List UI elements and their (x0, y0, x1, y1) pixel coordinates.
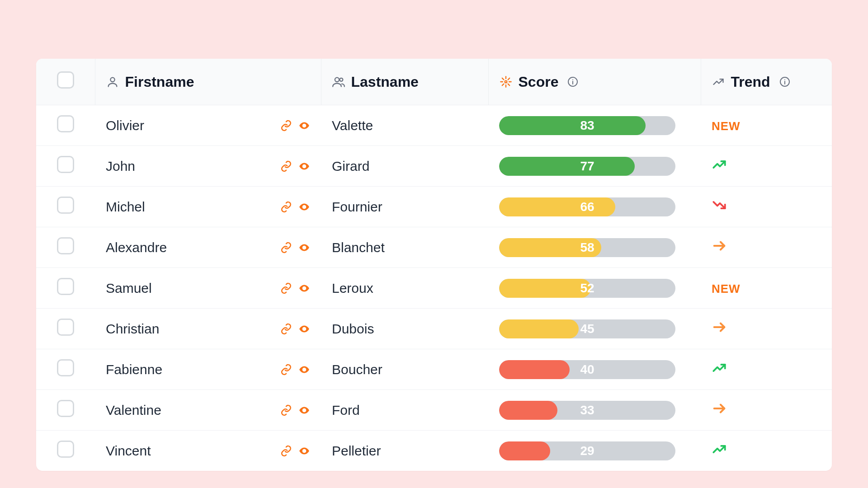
header-select-all (36, 59, 95, 105)
row-checkbox[interactable] (57, 359, 74, 376)
score-bar: 58 (499, 238, 675, 257)
svg-point-26 (303, 368, 305, 370)
people-icon (332, 75, 345, 88)
header-lastname[interactable]: Lastname (321, 59, 488, 105)
svg-line-10 (502, 84, 504, 86)
eye-icon[interactable] (298, 120, 310, 131)
score-bar: 33 (499, 401, 675, 420)
row-checkbox[interactable] (57, 319, 74, 336)
row-checkbox[interactable] (57, 237, 74, 254)
eye-icon[interactable] (298, 404, 310, 416)
link-icon[interactable] (280, 120, 292, 131)
header-score[interactable]: Score (488, 59, 701, 105)
lastname-value: Ford (332, 403, 360, 418)
table-row: ValentineFord33 (36, 390, 832, 431)
table-row: SamuelLeroux52NEW (36, 268, 832, 309)
score-bar: 83 (499, 116, 675, 135)
trend-flat-icon (712, 401, 727, 416)
row-checkbox[interactable] (57, 278, 74, 295)
svg-line-9 (508, 84, 509, 86)
eye-icon[interactable] (298, 323, 310, 335)
svg-point-20 (303, 206, 305, 207)
header-firstname[interactable]: Firstname (95, 59, 321, 105)
score-bar: 66 (499, 197, 675, 216)
link-icon[interactable] (280, 445, 292, 457)
svg-point-14 (572, 80, 573, 80)
row-checkbox[interactable] (57, 197, 74, 214)
trend-flat-icon (712, 319, 727, 335)
header-firstname-label: Firstname (125, 74, 194, 90)
link-icon[interactable] (280, 242, 292, 253)
table-row: VincentPelletier29 (36, 431, 832, 471)
firstname-value: Alexandre (106, 240, 167, 255)
score-bar: 52 (499, 279, 675, 298)
eye-icon[interactable] (298, 364, 310, 375)
svg-point-18 (303, 124, 305, 126)
svg-point-1 (335, 78, 339, 82)
lastname-value: Leroux (332, 281, 373, 296)
link-icon[interactable] (280, 201, 292, 213)
score-value: 66 (580, 200, 594, 214)
svg-line-11 (508, 78, 509, 80)
score-bar: 29 (499, 441, 675, 460)
info-icon[interactable] (567, 76, 578, 87)
header-lastname-label: Lastname (351, 74, 419, 90)
person-icon (106, 75, 119, 88)
row-checkbox[interactable] (57, 156, 74, 173)
svg-line-8 (502, 78, 504, 80)
trend-new-badge: NEW (712, 282, 741, 296)
link-icon[interactable] (280, 282, 292, 294)
link-icon[interactable] (280, 404, 292, 416)
svg-point-21 (303, 246, 305, 248)
score-value: 29 (580, 444, 594, 458)
info-icon[interactable] (779, 76, 790, 87)
firstname-value: Valentine (106, 403, 161, 418)
lastname-value: Boucher (332, 362, 382, 377)
svg-point-0 (110, 78, 114, 82)
eye-icon[interactable] (298, 445, 310, 457)
firstname-value: John (106, 159, 135, 174)
table-row: OlivierValette83NEW (36, 105, 832, 146)
row-checkbox[interactable] (57, 400, 74, 417)
score-value: 52 (580, 281, 594, 296)
lastname-value: Dubois (332, 321, 374, 336)
score-value: 58 (580, 240, 594, 255)
svg-point-24 (303, 328, 305, 329)
link-icon[interactable] (280, 323, 292, 335)
link-icon[interactable] (280, 160, 292, 172)
link-icon[interactable] (280, 364, 292, 375)
svg-point-17 (784, 80, 785, 80)
trend-up-icon (712, 441, 727, 457)
eye-icon[interactable] (298, 160, 310, 172)
trend-down-icon (712, 197, 727, 213)
firstname-value: Christian (106, 321, 159, 337)
table-row: JohnGirard77 (36, 146, 832, 187)
trend-up-icon (712, 157, 727, 172)
select-all-checkbox[interactable] (57, 71, 74, 89)
table-row: MichelFournier66 (36, 187, 832, 227)
table-header-row: Firstname Lastname (36, 59, 832, 105)
header-score-label: Score (519, 74, 559, 90)
row-checkbox[interactable] (57, 441, 74, 458)
svg-point-3 (505, 81, 507, 83)
score-value: 33 (580, 403, 594, 418)
score-value: 83 (580, 118, 594, 133)
score-value: 77 (580, 159, 594, 174)
eye-icon[interactable] (298, 282, 310, 294)
trend-flat-icon (712, 238, 727, 253)
svg-point-2 (340, 78, 343, 81)
table-row: ChristianDubois45 (36, 309, 832, 349)
score-value: 40 (580, 362, 594, 377)
trend-up-icon (712, 360, 727, 375)
target-icon (500, 75, 512, 88)
eye-icon[interactable] (298, 242, 310, 253)
table-row: AlexandreBlanchet58 (36, 227, 832, 268)
firstname-value: Samuel (106, 281, 152, 296)
row-checkbox[interactable] (57, 115, 74, 132)
firstname-value: Fabienne (106, 362, 162, 377)
eye-icon[interactable] (298, 201, 310, 213)
score-bar: 77 (499, 157, 675, 176)
header-trend[interactable]: Trend (701, 59, 832, 105)
firstname-value: Vincent (106, 443, 151, 459)
svg-point-29 (303, 450, 305, 451)
